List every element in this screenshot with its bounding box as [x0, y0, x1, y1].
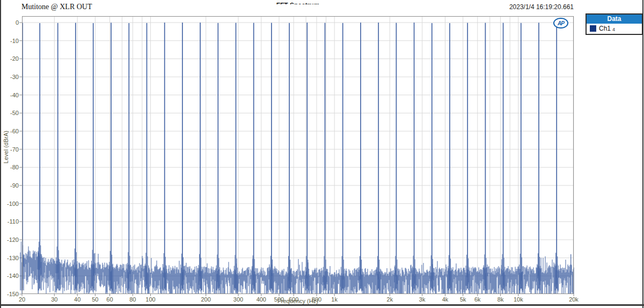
- x-tick-label: 600: [284, 296, 303, 303]
- legend-swatch-icon: [590, 25, 596, 32]
- y-tick-label: -90: [3, 182, 19, 189]
- legend-header: Data: [587, 15, 642, 24]
- y-tick-label: -20: [3, 55, 19, 62]
- x-tick-label: 6k: [468, 296, 487, 303]
- x-tick-label: 400: [252, 296, 271, 303]
- y-tick-label: -110: [3, 218, 19, 225]
- legend-entry-ch1[interactable]: Ch1 4: [587, 24, 642, 34]
- plot-area: [22, 16, 574, 294]
- x-tick-label: 10k: [509, 296, 528, 303]
- x-tick-label: 30: [45, 296, 64, 303]
- y-tick-label: -120: [3, 237, 19, 243]
- x-tick-label: 60: [100, 296, 119, 303]
- spectrum-plot-svg: [22, 16, 574, 294]
- x-tick-label: 100: [141, 296, 160, 303]
- x-tick-label: 3k: [413, 296, 432, 303]
- y-tick-label: -140: [3, 273, 19, 279]
- ap-logo-text: AP: [558, 20, 564, 26]
- legend-entry-sub: 4: [612, 27, 615, 32]
- x-tick-label: 4k: [435, 296, 455, 303]
- ap-fft-spectrum-page: { "header": { "annotation_left": "Mutito…: [0, 0, 644, 308]
- timestamp: 2023/1/4 16:19:20.661: [509, 3, 574, 11]
- annotation-label: Mutitone @ XLR OUT: [21, 3, 92, 11]
- y-tick-label: -80: [3, 164, 19, 170]
- x-tick-label: 2k: [380, 296, 399, 303]
- y-tick-label: -100: [3, 200, 19, 207]
- y-tick-label: -30: [3, 74, 19, 80]
- y-tick-label: -40: [3, 92, 19, 98]
- window-border-left: [0, 0, 1, 308]
- y-tick-label: -70: [3, 146, 19, 153]
- window-border-bottom: [0, 304, 644, 306]
- x-tick-label: 200: [196, 296, 216, 303]
- y-tick-label: -60: [3, 128, 19, 134]
- x-tick-label: 40: [68, 296, 87, 303]
- y-tick-label: -130: [3, 255, 19, 261]
- chart-title-text: FFT Spectrum: [276, 2, 320, 4]
- x-tick-label: 1k: [325, 296, 344, 303]
- y-tick-label: -10: [3, 38, 19, 44]
- x-tick-label: 80: [123, 296, 142, 303]
- x-tick-label: 300: [229, 296, 248, 303]
- chart-title: FFT Spectrum: [22, 0, 574, 4]
- y-tick-label: 0: [3, 19, 19, 26]
- legend: Data Ch1 4: [586, 13, 643, 35]
- x-tick-label: 800: [307, 296, 326, 303]
- legend-entry-label: Ch1: [599, 25, 611, 32]
- x-tick-label: 8k: [491, 296, 510, 303]
- x-tick-label: 20k: [564, 296, 583, 303]
- ap-logo-icon: AP: [553, 18, 568, 28]
- window-border-right: [642, 0, 643, 308]
- y-tick-label: -50: [3, 110, 19, 116]
- x-tick-label: 20: [12, 296, 32, 303]
